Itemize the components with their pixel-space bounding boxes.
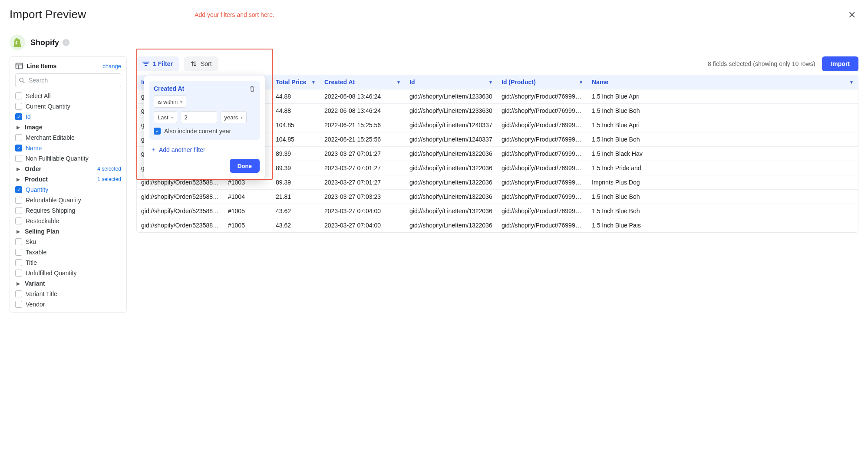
field-checkbox[interactable] (15, 207, 22, 214)
done-button[interactable]: Done (230, 159, 260, 173)
field-label[interactable]: Product (25, 176, 48, 183)
field-checkbox[interactable] (15, 186, 22, 193)
field-label[interactable]: Refundable Quantity (26, 197, 81, 204)
field-label[interactable]: Variant (25, 280, 45, 287)
field-label[interactable]: Id (26, 113, 31, 120)
include-current-checkbox[interactable] (154, 128, 161, 135)
column-header[interactable]: Id▼ (405, 75, 497, 89)
cell-name: 1.5 Inch Blue Boh (587, 204, 858, 218)
cell-line_id: gid://shopify/LineItem/1322036 (405, 161, 497, 175)
field-label[interactable]: Taxable (26, 249, 46, 256)
change-source-link[interactable]: change (102, 63, 121, 69)
field-label[interactable]: Sku (26, 238, 36, 245)
cell-total: 89.39 (271, 161, 320, 175)
column-header[interactable]: Id (Product)▼ (497, 75, 587, 89)
svg-rect-0 (16, 63, 23, 69)
field-label[interactable]: Unfulfilled Quantity (26, 270, 77, 277)
field-label[interactable]: Vendor (26, 301, 45, 308)
filter-popover: Created At is within▾ Last▾ years▾ (144, 76, 265, 179)
cell-name: 1.5 Inch Blue Apri (587, 89, 858, 104)
filter-button[interactable]: 1 Filter (136, 56, 179, 71)
field-label[interactable]: Restockable (26, 217, 59, 224)
filter-amount-input[interactable] (181, 111, 217, 123)
filter-op-dropdown[interactable]: is within▾ (154, 96, 186, 108)
search-icon (19, 77, 25, 83)
field-checkbox[interactable] (15, 103, 22, 110)
expand-caret-icon[interactable]: ▶ (15, 229, 21, 234)
cell-created: 2022-06-08 13:46:24 (320, 104, 405, 118)
expand-caret-icon[interactable]: ▶ (15, 125, 21, 130)
field-checkbox[interactable] (15, 238, 22, 245)
include-current-label: Also include current year (164, 128, 231, 135)
table-row[interactable]: gid://shopify/Order/523588288#100543.622… (137, 204, 858, 218)
cell-product_id: gid://shopify/Product/76999269 (497, 132, 587, 147)
cell-total: 44.88 (271, 104, 320, 118)
filter-unit-dropdown[interactable]: years▾ (221, 111, 247, 123)
cell-product_id: gid://shopify/Product/76999269 (497, 204, 587, 218)
field-checkbox[interactable] (15, 197, 22, 204)
cell-product_id: gid://shopify/Product/76999229 (497, 161, 587, 175)
field-checkbox[interactable] (15, 134, 22, 141)
field-label[interactable]: Name (26, 145, 42, 152)
field-checkbox[interactable] (15, 259, 22, 266)
cell-total: 21.81 (271, 190, 320, 204)
cell-name: 1.5 Inch Blue Boh (587, 190, 858, 204)
field-checkbox[interactable] (15, 290, 22, 297)
field-label[interactable]: Title (26, 259, 37, 266)
cell-created: 2023-03-27 07:04:00 (320, 218, 405, 233)
sort-button[interactable]: Sort (184, 56, 218, 71)
source-name: Shopify i (30, 38, 69, 47)
column-header[interactable]: Total Price▼ (271, 75, 320, 89)
import-button[interactable]: Import (822, 56, 858, 71)
field-checkbox[interactable] (15, 113, 22, 120)
field-checkbox[interactable] (15, 249, 22, 256)
field-label[interactable]: Merchant Editable (26, 134, 75, 141)
field-label[interactable]: Variant Title (26, 290, 57, 297)
cell-name: 1.5 Inch Blue Boh (587, 132, 858, 147)
field-checkbox[interactable] (15, 270, 22, 277)
table-icon (15, 62, 23, 70)
field-checkbox[interactable] (15, 301, 22, 308)
search-input[interactable] (15, 73, 121, 87)
close-button[interactable]: ✕ (845, 8, 858, 23)
cell-total: 43.62 (271, 218, 320, 233)
field-checkbox[interactable] (15, 217, 22, 224)
field-label[interactable]: Selling Plan (25, 228, 59, 235)
cell-line_id: gid://shopify/LineItem/1240337 (405, 118, 497, 132)
field-checkbox[interactable] (15, 155, 22, 162)
field-label[interactable]: Current Quantity (26, 103, 70, 110)
field-label[interactable]: Image (25, 124, 42, 131)
select-all-checkbox[interactable] (15, 92, 22, 99)
field-label[interactable]: Quantity (26, 186, 48, 193)
cell-total: 104.85 (271, 132, 320, 147)
cell-name: 1.5 Inch Blue Boh (587, 104, 858, 118)
chevron-down-icon: ▼ (396, 80, 401, 85)
add-filter-button[interactable]: ＋ Add another filter (150, 146, 260, 154)
field-label[interactable]: Non Fulfillable Quantity (26, 155, 89, 162)
cell-product_id: gid://shopify/Product/76999261 (497, 147, 587, 161)
expand-caret-icon[interactable]: ▶ (15, 281, 21, 287)
column-header[interactable]: Created At▼ (320, 75, 405, 89)
select-all-label: Select All (26, 92, 51, 99)
cell-total: 43.62 (271, 204, 320, 218)
table-row[interactable]: gid://shopify/Order/523588288#100543.622… (137, 218, 858, 233)
field-label[interactable]: Requires Shipping (26, 207, 75, 214)
cell-name: 1.5 Inch Blue Apri (587, 118, 858, 132)
expand-caret-icon[interactable]: ▶ (15, 166, 21, 172)
chevron-down-icon: ▼ (579, 80, 583, 85)
cell-created: 2023-03-27 07:01:27 (320, 175, 405, 190)
cell-created: 2023-03-27 07:04:00 (320, 204, 405, 218)
delete-filter-button[interactable] (249, 86, 255, 92)
cell-name: Imprints Plus Dog (587, 175, 858, 190)
field-checkbox[interactable] (15, 145, 22, 152)
table-row[interactable]: gid://shopify/Order/523588265#100421.812… (137, 190, 858, 204)
column-header[interactable]: Name▼ (587, 75, 858, 89)
filter-direction-dropdown[interactable]: Last▾ (154, 111, 177, 123)
cell-created: 2023-03-27 07:01:27 (320, 147, 405, 161)
info-icon[interactable]: i (63, 39, 69, 46)
expand-caret-icon[interactable]: ▶ (15, 177, 21, 182)
field-label[interactable]: Order (25, 165, 41, 172)
filters-hint: Add your filters and sort here. (195, 11, 274, 18)
cell-order_id: gid://shopify/Order/523588288 (137, 218, 224, 233)
cell-line_id: gid://shopify/LineItem/1322036 (405, 190, 497, 204)
